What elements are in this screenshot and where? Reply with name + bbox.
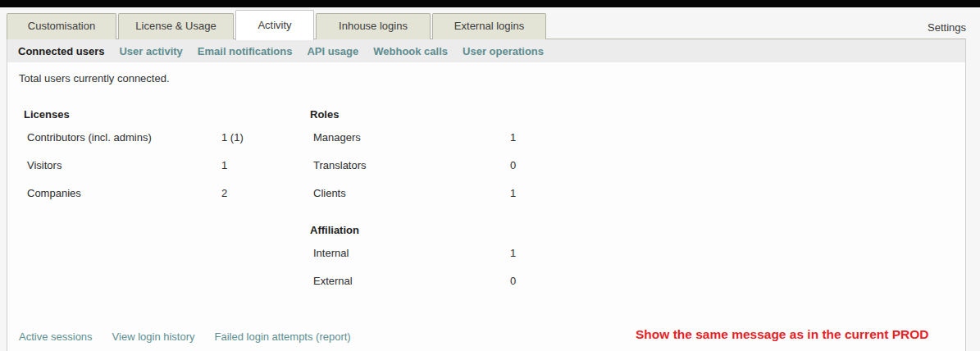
stat-row-external: External 0 <box>303 273 582 289</box>
stat-label: Internal <box>313 247 349 259</box>
stat-value: 1 <box>510 185 516 202</box>
subnav-connected-users[interactable]: Connected users <box>18 45 104 57</box>
subnav-user-activity[interactable]: User activity <box>119 45 182 57</box>
affiliation-title: Affiliation <box>303 222 582 239</box>
subnav-user-operations[interactable]: User operations <box>463 45 544 57</box>
tab-activity[interactable]: Activity <box>235 10 314 40</box>
active-sessions-link[interactable]: Active sessions <box>19 330 93 343</box>
roles-section: Roles Managers 1 Translators 0 Clients 1 <box>303 107 582 213</box>
stat-value: 2 <box>221 185 227 202</box>
stat-label: Companies <box>27 187 81 199</box>
stat-label: Contributors (incl. admins) <box>27 131 152 144</box>
stat-value: 0 <box>510 157 516 174</box>
stat-row-contributors: Contributors (incl. admins) 1 (1) <box>18 130 297 146</box>
stat-row-clients: Clients 1 <box>303 185 582 202</box>
footer-link-bar: Active sessions View login history Faile… <box>19 330 351 343</box>
stat-label: Clients <box>313 187 346 199</box>
stat-value: 1 <box>510 130 516 146</box>
top-black-bar <box>0 0 980 7</box>
app-window: Settings Customisation License & Usage A… <box>0 0 980 351</box>
licenses-section: Licenses Contributors (incl. admins) 1 (… <box>18 107 297 213</box>
tab-license-usage[interactable]: License & Usage <box>118 13 234 39</box>
subnav-email-notifications[interactable]: Email notifications <box>198 45 293 57</box>
subnav-api-usage[interactable]: API usage <box>307 45 358 57</box>
stat-row-translators: Translators 0 <box>303 157 582 174</box>
stat-label: Visitors <box>27 159 62 171</box>
roles-title: Roles <box>303 107 582 123</box>
stat-row-companies: Companies 2 <box>18 185 297 202</box>
view-login-history-link[interactable]: View login history <box>112 330 195 343</box>
subnav-webhook-calls[interactable]: Webhook calls <box>373 45 448 57</box>
stat-row-internal: Internal 1 <box>303 245 582 262</box>
failed-login-attempts-link[interactable]: Failed login attempts (report) <box>215 330 351 343</box>
stat-row-managers: Managers 1 <box>303 130 582 146</box>
main-tab-bar: Customisation License & Usage Activity I… <box>7 9 548 39</box>
tab-inhouse-logins[interactable]: Inhouse logins <box>316 13 431 39</box>
stat-value: 1 (1) <box>221 130 244 146</box>
intro-text: Total users currently connected. <box>19 72 170 84</box>
prod-annotation-text: Show the same message as in the current … <box>636 327 928 342</box>
stat-value: 1 <box>510 245 516 262</box>
content-panel: Connected users User activity Email noti… <box>7 39 966 351</box>
stat-label: External <box>313 275 353 287</box>
stat-label: Managers <box>313 131 361 144</box>
stat-value: 1 <box>221 157 227 174</box>
affiliation-section: Affiliation Internal 1 External 0 <box>303 222 582 301</box>
settings-link[interactable]: Settings <box>928 21 966 34</box>
subnav-bar: Connected users User activity Email noti… <box>7 39 965 62</box>
licenses-title: Licenses <box>18 107 297 123</box>
stat-row-visitors: Visitors 1 <box>18 157 297 174</box>
tab-external-logins[interactable]: External logins <box>432 13 546 39</box>
tab-customisation[interactable]: Customisation <box>7 13 116 39</box>
stat-value: 0 <box>510 273 516 289</box>
stat-label: Translators <box>313 159 367 171</box>
